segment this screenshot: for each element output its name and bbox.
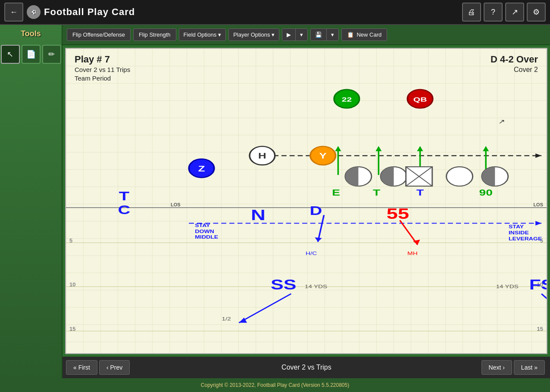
field-options-dropdown-icon: ▾ xyxy=(218,31,221,38)
svg-text:90: 90 xyxy=(479,187,492,197)
play-subtitle: Cover 2 vs 11 Trips xyxy=(75,66,130,73)
svg-text:T: T xyxy=(416,187,424,197)
ten-yard-line xyxy=(66,286,547,287)
video-controls: ▶ ▾ xyxy=(282,28,308,41)
player-options-button[interactable]: Player Options ▾ xyxy=(228,28,279,41)
player-options-dropdown-icon: ▾ xyxy=(272,31,275,38)
svg-marker-7 xyxy=(417,146,423,151)
tool-buttons: ↖ 📄 ✏ xyxy=(1,45,61,64)
svg-text:Z: Z xyxy=(198,164,205,173)
play-type: Team Period xyxy=(75,75,111,82)
svg-point-32 xyxy=(482,167,508,186)
fifteen-yard-label-left: 15 xyxy=(69,326,75,332)
svg-text:C: C xyxy=(118,202,131,217)
svg-point-22 xyxy=(250,146,275,165)
navigation-bar: « First ‹ Prev Cover 2 vs Trips Next › L… xyxy=(62,357,550,378)
main-area: Tools ↖ 📄 ✏ Flip Offense/Defense Flip St… xyxy=(0,25,550,378)
play-number: Play # 7 xyxy=(75,54,110,65)
svg-text:↗: ↗ xyxy=(499,118,505,125)
svg-point-35 xyxy=(407,90,433,108)
five-yard-label-right: 5 xyxy=(540,237,543,244)
svg-rect-28 xyxy=(406,167,432,186)
svg-point-27 xyxy=(381,167,407,186)
formation-sub: Cover 2 xyxy=(514,66,538,74)
sidebar-title: Tools xyxy=(21,29,41,38)
logo-icon: ⚽ xyxy=(27,5,41,19)
video-dropdown-button[interactable]: ▾ xyxy=(296,29,307,40)
svg-text:T: T xyxy=(119,189,129,203)
svg-point-26 xyxy=(345,167,372,186)
toolbar: Flip Offense/Defense Flip Strength Field… xyxy=(62,25,550,45)
new-card-icon: 📋 xyxy=(347,31,354,38)
svg-text:DOWN: DOWN xyxy=(195,229,214,234)
content-area: Flip Offense/Defense Flip Strength Field… xyxy=(62,25,550,378)
svg-text:T: T xyxy=(373,187,380,197)
card-tool-button[interactable]: 📄 xyxy=(22,45,41,64)
svg-marker-3 xyxy=(335,146,341,151)
svg-line-30 xyxy=(406,167,432,186)
prev-button[interactable]: ‹ Prev xyxy=(99,360,130,375)
copyright-text: Copyright © 2013-2022, Football Play Car… xyxy=(201,382,349,388)
help-button[interactable]: ? xyxy=(484,3,503,22)
draw-tool-button[interactable]: ✏ xyxy=(42,45,61,64)
svg-text:1/2: 1/2 xyxy=(222,316,231,322)
last-button[interactable]: Last » xyxy=(514,360,545,375)
fifteen-yard-label-right: 15 xyxy=(537,326,543,332)
first-button[interactable]: « First xyxy=(66,360,97,375)
svg-text:STAY: STAY xyxy=(195,223,210,228)
five-yard-line xyxy=(66,243,547,243)
svg-line-14 xyxy=(400,220,418,245)
svg-text:H: H xyxy=(258,151,266,161)
select-tool-button[interactable]: ↖ xyxy=(1,45,20,64)
svg-text:MH: MH xyxy=(407,250,418,256)
app-header: ← ⚽ Football Play Card 🖨 ? ↗ ⚙ xyxy=(0,0,550,25)
svg-marker-9 xyxy=(483,146,489,151)
svg-line-29 xyxy=(406,167,432,186)
new-card-button[interactable]: 📋 New Card xyxy=(341,28,387,41)
logo-area: ⚽ Football Play Card xyxy=(27,5,135,19)
svg-marker-5 xyxy=(375,146,381,151)
svg-point-31 xyxy=(447,167,473,186)
settings-button[interactable]: ⚙ xyxy=(527,3,546,22)
svg-marker-17 xyxy=(239,317,247,323)
save-button[interactable]: 💾 xyxy=(311,29,327,40)
svg-text:22: 22 xyxy=(342,96,352,103)
flip-offense-button[interactable]: Flip Offense/Defense xyxy=(67,28,131,41)
footer: Copyright © 2013-2022, Football Play Car… xyxy=(0,378,550,392)
app-title: Football Play Card xyxy=(44,6,135,18)
field-options-button[interactable]: Field Options ▾ xyxy=(179,28,226,41)
fifteen-yard-line xyxy=(66,331,547,331)
svg-text:H/C: H/C xyxy=(306,250,317,256)
svg-point-33 xyxy=(334,90,359,108)
print-button[interactable]: 🖨 xyxy=(462,3,481,22)
svg-text:LEVERAGE: LEVERAGE xyxy=(509,236,542,242)
share-button[interactable]: ↗ xyxy=(505,3,524,22)
svg-text:N: N xyxy=(251,207,266,224)
video-play-button[interactable]: ▶ xyxy=(282,29,296,40)
svg-line-16 xyxy=(239,294,291,323)
next-button[interactable]: Next › xyxy=(481,360,512,375)
svg-line-12 xyxy=(318,215,324,242)
field-svg: Z H Y xyxy=(66,49,547,353)
formation-name: D 4-2 Over xyxy=(491,54,538,65)
svg-line-18 xyxy=(541,294,547,323)
ten-yard-label-left: 10 xyxy=(69,281,75,288)
svg-text:QB: QB xyxy=(413,96,427,103)
svg-marker-1 xyxy=(535,153,541,158)
flip-strength-button[interactable]: Flip Strength xyxy=(133,28,176,41)
svg-text:INSIDE: INSIDE xyxy=(509,230,529,236)
svg-text:MIDDLE: MIDDLE xyxy=(195,235,218,240)
back-button[interactable]: ← xyxy=(4,3,23,22)
los-line xyxy=(66,207,547,208)
sidebar: Tools ↖ 📄 ✏ xyxy=(0,25,62,378)
svg-point-20 xyxy=(189,159,214,177)
save-dropdown-button[interactable]: ▾ xyxy=(327,29,338,40)
svg-text:D: D xyxy=(309,203,322,218)
play-field: Play # 7 Cover 2 vs 11 Trips Team Period… xyxy=(65,48,547,354)
ten-yard-label-right: 10 xyxy=(537,281,543,288)
los-label-left: LOS xyxy=(171,202,181,207)
nav-center-text: Cover 2 vs Trips xyxy=(131,364,481,371)
los-label-right: LOS xyxy=(533,202,543,207)
svg-marker-11 xyxy=(535,221,541,225)
svg-text:Y: Y xyxy=(319,151,327,161)
